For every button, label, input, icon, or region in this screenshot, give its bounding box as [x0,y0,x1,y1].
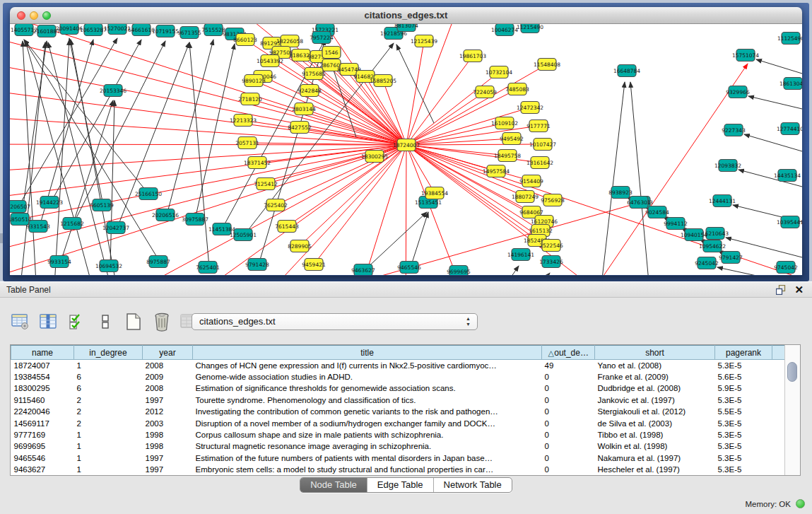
table-cell[interactable]: 1 [74,360,143,371]
graph-node[interactable]: 9495492 [500,133,524,145]
table-cell[interactable]: 0 [542,395,595,406]
table-cell[interactable]: Investigating the contribution of common… [193,406,542,417]
column-header-name[interactable]: name [11,346,74,360]
table-cell[interactable]: Wolkin et al. (1998) [595,440,715,452]
tab-network-table[interactable]: Network Table [434,478,512,492]
graph-node[interactable]: 9227343 [722,124,746,136]
table-row[interactable]: 946362711997Embryonic stem cells: a mode… [11,464,786,475]
table-cell[interactable]: Estimation of significance thresholds fo… [193,382,542,394]
citation-edge[interactable] [630,82,653,275]
table-cell[interactable]: 5.3E-5 [715,440,772,452]
citation-edge[interactable] [167,40,213,215]
graph-node[interactable]: 11125490 [777,33,802,45]
float-panel-icon[interactable] [776,285,787,295]
table-cell[interactable]: 5.6E-5 [715,371,772,382]
citation-edge[interactable] [406,92,485,145]
table-cell[interactable]: 1997 [143,395,193,406]
citation-edge[interactable] [748,96,802,109]
table-cell[interactable]: 9465546 [11,452,74,464]
table-cell[interactable]: 1998 [143,429,193,440]
citation-edge[interactable] [411,212,428,267]
graph-node[interactable]: 8813074 [394,24,418,32]
graph-node[interactable]: 10653287 [80,24,107,36]
graph-node[interactable]: 12472342 [517,102,543,114]
graph-node[interactable]: 1215682 [60,218,84,230]
table-cell[interactable]: 49 [542,360,595,371]
table-cell[interactable]: 5.5E-5 [715,406,772,417]
table-cell[interactable]: Yano et al. (2008) [595,360,715,371]
table-cell[interactable]: 1 [74,429,143,440]
table-cell[interactable]: Tourette syndrome. Phenomenology and cla… [193,395,542,406]
table-cell[interactable]: Nakamura et al. (1997) [595,452,715,464]
table-cell[interactable]: 2 [74,417,143,428]
tab-edge-table[interactable]: Edge Table [367,478,434,492]
table-vertical-scrollbar[interactable] [784,345,800,475]
table-cell[interactable]: 0 [542,452,595,464]
table-cell[interactable]: 0 [542,406,595,417]
graph-node[interactable]: 64661610 [128,24,155,36]
citation-edge[interactable] [52,40,69,275]
table-cell[interactable]: 2009 [143,371,193,382]
network-canvas[interactable]: 1405571221601887200914061065328715270021… [10,24,802,275]
table-cell[interactable]: 5.9E-5 [715,382,772,394]
graph-node[interactable]: 7125412 [254,178,278,190]
column-header-year[interactable]: year [143,346,193,360]
table-cell[interactable]: Tibbo et al. (1998) [595,429,715,440]
graph-node[interactable]: 10732104 [486,66,512,78]
graph-node[interactable]: 1733426 [539,256,563,268]
table-row[interactable]: 1830029562008Estimation of significance … [11,382,786,394]
citation-edge[interactable] [10,31,406,145]
graph-node[interactable]: 7957224 [310,32,334,44]
graph-node[interactable]: 15270021 [104,24,131,35]
column-header-outde[interactable]: △ out_de… [542,346,595,360]
graph-node[interactable]: 7615443 [275,221,299,233]
table-cell[interactable]: 1998 [143,440,193,452]
graph-node[interactable]: 18807249 [512,191,539,203]
table-row[interactable]: 911546021997Tourette syndrome. Phenomeno… [11,395,786,406]
table-cell[interactable]: 9463627 [11,464,74,475]
column-header-short[interactable]: short [595,346,715,360]
graph-node[interactable]: 9331543 [26,221,50,233]
citation-edge[interactable] [266,145,406,184]
table-cell[interactable]: 0 [542,464,595,475]
citation-edge[interactable] [66,145,406,275]
graph-node[interactable]: 10046274 [491,24,518,36]
table-row[interactable]: 1938455462009Genome-wide association stu… [11,371,786,382]
left-splitter-mark[interactable] [0,233,3,243]
table-cell[interactable]: Hescheler et al. (1997) [595,464,715,475]
table-row[interactable]: 1872400712008Changes of HCN gene express… [11,360,786,371]
table-cell[interactable]: 6 [74,371,143,382]
graph-node[interactable]: 18226058 [276,35,303,47]
table-cell[interactable]: Dudbridge et al. (2008) [595,382,715,394]
graph-node[interactable]: 9699695 [447,266,471,276]
graph-node[interactable]: 9459421 [302,259,326,271]
graph-node[interactable]: 12774410 [777,123,802,135]
graph-node[interactable]: 5605139 [90,199,114,211]
graph-node[interactable]: 11548408 [534,59,560,71]
graph-node[interactable]: 10719155 [152,25,179,37]
table-cell[interactable]: 1997 [143,452,193,464]
graph-node[interactable]: 9994112 [664,218,688,230]
select-columns-button[interactable] [38,311,59,332]
citation-edge[interactable] [406,145,406,275]
graph-node[interactable]: 18613044 [779,78,802,90]
table-row[interactable]: 977716911998Corpus callosum shape and si… [11,429,786,440]
network-window-titlebar[interactable]: citations_edges.txt [10,7,802,24]
graph-node[interactable]: 18371452 [244,157,271,169]
table-cell[interactable]: Structural magnetic resonance image aver… [193,440,542,452]
table-cell[interactable]: Changes of HCN gene expression and I(f) … [193,360,542,371]
graph-node[interactable]: 7625402 [264,199,288,211]
graph-node[interactable]: 2057131 [235,137,259,149]
column-header-title[interactable]: title [193,346,542,360]
graph-node[interactable]: 9024584 [645,206,669,218]
table-cell[interactable]: 9115460 [11,395,74,406]
graph-node[interactable]: 9756928 [541,194,565,206]
table-cell[interactable]: 0 [542,417,595,428]
graph-node[interactable]: 10395441 [777,216,802,228]
graph-node[interactable]: 9671355 [177,27,201,39]
graph-node[interactable]: 19861703 [459,50,486,62]
vertical-split-button[interactable] [95,311,116,332]
minimize-window-button[interactable] [30,11,38,20]
table-cell[interactable]: 14569117 [11,417,74,428]
graph-node[interactable]: 14196141 [507,249,534,261]
